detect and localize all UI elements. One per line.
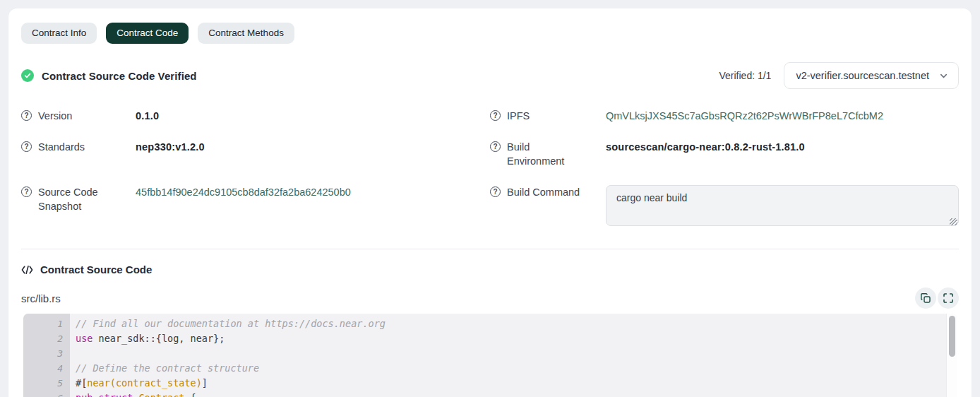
field-label: Standards: [38, 140, 85, 154]
verified-count: Verified: 1/1: [719, 70, 771, 81]
copy-icon: [920, 292, 931, 304]
field-standards: ? Standards nep330:v1.2.0: [21, 140, 490, 168]
field-label: Version: [38, 109, 72, 123]
snapshot-hash-link[interactable]: 45fbb14f90e24dc9105cb8daf32fa2ba624250b0: [136, 186, 351, 198]
ipfs-hash-link[interactable]: QmVLksjJXS45Sc7aGbsRQRz2t62PsWrWBrFP8eL7…: [606, 110, 883, 122]
field-label: Source Code Snapshot: [38, 185, 116, 213]
verification-status-title: Contract Source Code Verified: [42, 70, 197, 82]
code-lines[interactable]: // Find all our documentation at https:/…: [70, 314, 946, 397]
tab-bar: Contract Info Contract Code Contract Met…: [21, 23, 959, 44]
code-editor[interactable]: 123456789 // Find all our documentation …: [23, 314, 957, 397]
section-divider: [21, 249, 959, 249]
line-number-gutter: 123456789: [23, 314, 70, 397]
tab-contract-methods[interactable]: Contract Methods: [198, 23, 294, 44]
field-source-code-snapshot: ? Source Code Snapshot 45fbb14f90e24dc91…: [21, 185, 490, 229]
help-icon: ?: [490, 186, 501, 197]
field-label: IPFS: [507, 109, 530, 123]
field-build-command: ? Build Command: [490, 185, 959, 229]
check-circle-icon: [21, 69, 34, 82]
file-name: src/lib.rs: [21, 292, 61, 304]
code-icon: [21, 265, 33, 275]
help-icon: ?: [21, 186, 32, 197]
verifier-dropdown[interactable]: v2-verifier.sourcescan.testnet: [784, 62, 959, 89]
copy-button[interactable]: [915, 288, 936, 309]
field-label: Build Command: [507, 185, 580, 199]
contract-panel: Contract Info Contract Code Contract Met…: [8, 8, 972, 397]
verification-header: Contract Source Code Verified Verified: …: [21, 62, 959, 89]
standards-value: nep330:v1.2.0: [136, 140, 205, 154]
version-value: 0.1.0: [136, 109, 159, 123]
field-label: Build Environment: [507, 140, 585, 168]
help-icon: ?: [21, 141, 32, 152]
build-environment-value: sourcescan/cargo-near:0.8.2-rust-1.81.0: [606, 140, 805, 154]
contract-metadata: ? Version 0.1.0 ? IPFS QmVLksjJXS45Sc7aG…: [21, 109, 959, 229]
fullscreen-icon: [943, 292, 954, 304]
fullscreen-button[interactable]: [938, 288, 959, 309]
field-version: ? Version 0.1.0: [21, 109, 490, 123]
verifier-dropdown-value: v2-verifier.sourcescan.testnet: [796, 70, 929, 81]
help-icon: ?: [490, 110, 501, 121]
source-code-section-header: Contract Source Code: [21, 263, 959, 275]
tab-contract-info[interactable]: Contract Info: [21, 23, 97, 44]
code-scrollbar[interactable]: [946, 314, 957, 397]
file-row: src/lib.rs: [21, 288, 959, 309]
field-ipfs: ? IPFS QmVLksjJXS45Sc7aGbsRQRz2t62PsWrWB…: [490, 109, 959, 123]
code-scrollbar-thumb[interactable]: [949, 316, 955, 357]
source-code-section-title: Contract Source Code: [40, 263, 152, 275]
field-build-environment: ? Build Environment sourcescan/cargo-nea…: [490, 140, 959, 168]
tab-contract-code[interactable]: Contract Code: [106, 23, 189, 44]
help-icon: ?: [490, 141, 501, 152]
chevron-down-icon: [939, 71, 948, 81]
help-icon: ?: [21, 110, 32, 121]
build-command-textarea[interactable]: [606, 185, 959, 226]
